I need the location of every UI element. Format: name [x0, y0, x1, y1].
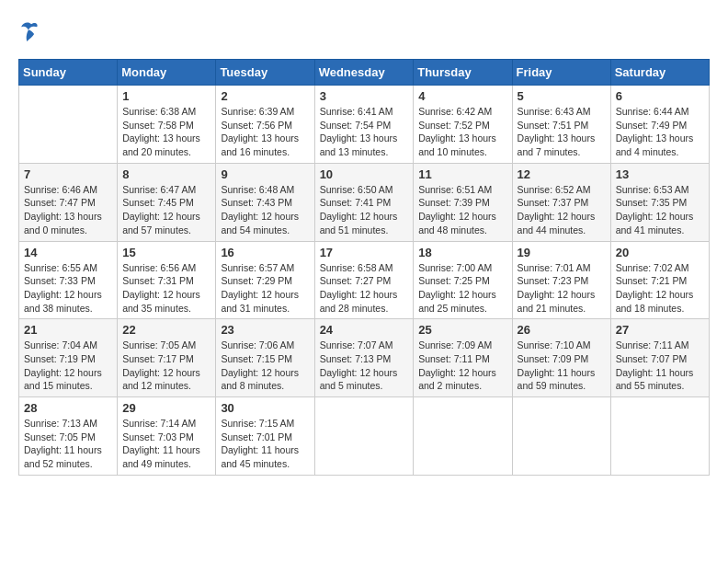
calendar-cell: 25Sunrise: 7:09 AM Sunset: 7:11 PM Dayli… [414, 319, 512, 397]
calendar-cell: 13Sunrise: 6:53 AM Sunset: 7:35 PM Dayli… [610, 163, 709, 241]
calendar-cell: 24Sunrise: 7:07 AM Sunset: 7:13 PM Dayli… [314, 319, 414, 397]
calendar-cell: 29Sunrise: 7:14 AM Sunset: 7:03 PM Dayli… [118, 397, 216, 476]
calendar-cell: 15Sunrise: 6:56 AM Sunset: 7:31 PM Dayli… [118, 241, 216, 319]
day-info: Sunrise: 6:55 AM Sunset: 7:33 PM Dayligh… [24, 261, 112, 316]
day-info: Sunrise: 6:58 AM Sunset: 7:27 PM Dayligh… [320, 261, 409, 316]
column-header-sunday: Sunday [19, 60, 118, 86]
day-info: Sunrise: 7:14 AM Sunset: 7:03 PM Dayligh… [122, 417, 210, 471]
day-number: 2 [221, 89, 309, 103]
day-number: 18 [418, 246, 506, 259]
calendar-week-row: 21Sunrise: 7:04 AM Sunset: 7:19 PM Dayli… [19, 319, 710, 397]
day-info: Sunrise: 7:07 AM Sunset: 7:13 PM Dayligh… [320, 339, 409, 393]
column-header-tuesday: Tuesday [216, 60, 314, 86]
calendar-cell: 8Sunrise: 6:47 AM Sunset: 7:45 PM Daylig… [118, 163, 216, 241]
calendar-cell: 28Sunrise: 7:13 AM Sunset: 7:05 PM Dayli… [19, 397, 118, 476]
day-number: 17 [320, 246, 409, 259]
day-number: 15 [122, 246, 210, 259]
column-header-saturday: Saturday [610, 60, 709, 86]
calendar-week-row: 28Sunrise: 7:13 AM Sunset: 7:05 PM Dayli… [19, 397, 710, 476]
calendar-cell: 30Sunrise: 7:15 AM Sunset: 7:01 PM Dayli… [216, 397, 314, 476]
day-number: 22 [122, 323, 210, 337]
day-number: 28 [24, 401, 112, 415]
day-info: Sunrise: 6:44 AM Sunset: 7:49 PM Dayligh… [616, 105, 704, 159]
day-number: 27 [616, 323, 704, 337]
day-info: Sunrise: 7:15 AM Sunset: 7:01 PM Dayligh… [221, 417, 309, 471]
day-info: Sunrise: 6:39 AM Sunset: 7:56 PM Dayligh… [221, 105, 309, 159]
day-number: 3 [320, 89, 409, 103]
day-number: 24 [320, 323, 409, 337]
calendar-cell: 18Sunrise: 7:00 AM Sunset: 7:25 PM Dayli… [414, 241, 512, 319]
day-number: 14 [24, 246, 112, 259]
day-info: Sunrise: 6:47 AM Sunset: 7:45 PM Dayligh… [122, 183, 210, 237]
column-header-wednesday: Wednesday [314, 60, 414, 86]
calendar-cell: 2Sunrise: 6:39 AM Sunset: 7:56 PM Daylig… [216, 86, 314, 164]
day-number: 10 [320, 167, 409, 181]
day-info: Sunrise: 6:52 AM Sunset: 7:37 PM Dayligh… [518, 183, 606, 237]
calendar-cell: 11Sunrise: 6:51 AM Sunset: 7:39 PM Dayli… [414, 163, 512, 241]
calendar-week-row: 14Sunrise: 6:55 AM Sunset: 7:33 PM Dayli… [19, 241, 710, 319]
calendar-cell: 7Sunrise: 6:46 AM Sunset: 7:47 PM Daylig… [19, 163, 118, 241]
calendar-cell: 1Sunrise: 6:38 AM Sunset: 7:58 PM Daylig… [118, 86, 216, 164]
calendar-cell: 6Sunrise: 6:44 AM Sunset: 7:49 PM Daylig… [610, 86, 709, 164]
calendar-cell: 16Sunrise: 6:57 AM Sunset: 7:29 PM Dayli… [216, 241, 314, 319]
calendar-cell: 9Sunrise: 6:48 AM Sunset: 7:43 PM Daylig… [216, 163, 314, 241]
column-header-thursday: Thursday [414, 60, 512, 86]
day-number: 19 [518, 246, 606, 259]
day-info: Sunrise: 6:48 AM Sunset: 7:43 PM Dayligh… [221, 183, 309, 237]
calendar-cell: 22Sunrise: 7:05 AM Sunset: 7:17 PM Dayli… [118, 319, 216, 397]
day-number: 1 [122, 89, 210, 103]
calendar-cell: 21Sunrise: 7:04 AM Sunset: 7:19 PM Dayli… [19, 319, 118, 397]
calendar-cell: 19Sunrise: 7:01 AM Sunset: 7:23 PM Dayli… [512, 241, 610, 319]
calendar-cell: 14Sunrise: 6:55 AM Sunset: 7:33 PM Dayli… [19, 241, 118, 319]
day-info: Sunrise: 6:41 AM Sunset: 7:54 PM Dayligh… [320, 105, 409, 159]
day-info: Sunrise: 6:46 AM Sunset: 7:47 PM Dayligh… [24, 183, 112, 237]
calendar-week-row: 1Sunrise: 6:38 AM Sunset: 7:58 PM Daylig… [19, 86, 710, 164]
day-info: Sunrise: 6:53 AM Sunset: 7:35 PM Dayligh… [616, 183, 704, 237]
day-number: 13 [616, 167, 704, 181]
day-info: Sunrise: 6:38 AM Sunset: 7:58 PM Dayligh… [122, 105, 210, 159]
day-number: 29 [122, 401, 210, 415]
logo [18, 18, 48, 44]
calendar-header-row: SundayMondayTuesdayWednesdayThursdayFrid… [19, 60, 710, 86]
day-number: 12 [518, 167, 606, 181]
day-number: 8 [122, 167, 210, 181]
logo-bird-icon [18, 18, 44, 44]
day-number: 16 [221, 246, 309, 259]
day-number: 23 [221, 323, 309, 337]
day-info: Sunrise: 7:02 AM Sunset: 7:21 PM Dayligh… [616, 261, 704, 316]
day-info: Sunrise: 6:51 AM Sunset: 7:39 PM Dayligh… [418, 183, 506, 237]
day-info: Sunrise: 6:57 AM Sunset: 7:29 PM Dayligh… [221, 261, 309, 316]
day-number: 6 [616, 89, 704, 103]
day-info: Sunrise: 6:43 AM Sunset: 7:51 PM Dayligh… [518, 105, 606, 159]
day-info: Sunrise: 7:01 AM Sunset: 7:23 PM Dayligh… [518, 261, 606, 316]
calendar-cell [19, 86, 118, 164]
calendar-cell: 20Sunrise: 7:02 AM Sunset: 7:21 PM Dayli… [610, 241, 709, 319]
day-info: Sunrise: 6:42 AM Sunset: 7:52 PM Dayligh… [418, 105, 506, 159]
page-header [18, 18, 710, 44]
day-number: 30 [221, 401, 309, 415]
day-number: 4 [418, 89, 506, 103]
day-info: Sunrise: 7:11 AM Sunset: 7:07 PM Dayligh… [616, 339, 704, 393]
day-info: Sunrise: 7:00 AM Sunset: 7:25 PM Dayligh… [418, 261, 506, 316]
day-number: 5 [518, 89, 606, 103]
calendar-table: SundayMondayTuesdayWednesdayThursdayFrid… [18, 59, 710, 476]
calendar-cell [314, 397, 414, 476]
calendar-cell: 27Sunrise: 7:11 AM Sunset: 7:07 PM Dayli… [610, 319, 709, 397]
calendar-cell: 4Sunrise: 6:42 AM Sunset: 7:52 PM Daylig… [414, 86, 512, 164]
day-number: 21 [24, 323, 112, 337]
calendar-cell: 10Sunrise: 6:50 AM Sunset: 7:41 PM Dayli… [314, 163, 414, 241]
day-number: 7 [24, 167, 112, 181]
day-number: 26 [518, 323, 606, 337]
calendar-cell [512, 397, 610, 476]
day-number: 20 [616, 246, 704, 259]
calendar-cell: 5Sunrise: 6:43 AM Sunset: 7:51 PM Daylig… [512, 86, 610, 164]
calendar-cell: 3Sunrise: 6:41 AM Sunset: 7:54 PM Daylig… [314, 86, 414, 164]
day-info: Sunrise: 7:09 AM Sunset: 7:11 PM Dayligh… [418, 339, 506, 393]
calendar-cell: 17Sunrise: 6:58 AM Sunset: 7:27 PM Dayli… [314, 241, 414, 319]
calendar-cell: 12Sunrise: 6:52 AM Sunset: 7:37 PM Dayli… [512, 163, 610, 241]
day-info: Sunrise: 7:10 AM Sunset: 7:09 PM Dayligh… [518, 339, 606, 393]
calendar-cell [610, 397, 709, 476]
calendar-cell: 23Sunrise: 7:06 AM Sunset: 7:15 PM Dayli… [216, 319, 314, 397]
day-info: Sunrise: 6:56 AM Sunset: 7:31 PM Dayligh… [122, 261, 210, 316]
calendar-week-row: 7Sunrise: 6:46 AM Sunset: 7:47 PM Daylig… [19, 163, 710, 241]
